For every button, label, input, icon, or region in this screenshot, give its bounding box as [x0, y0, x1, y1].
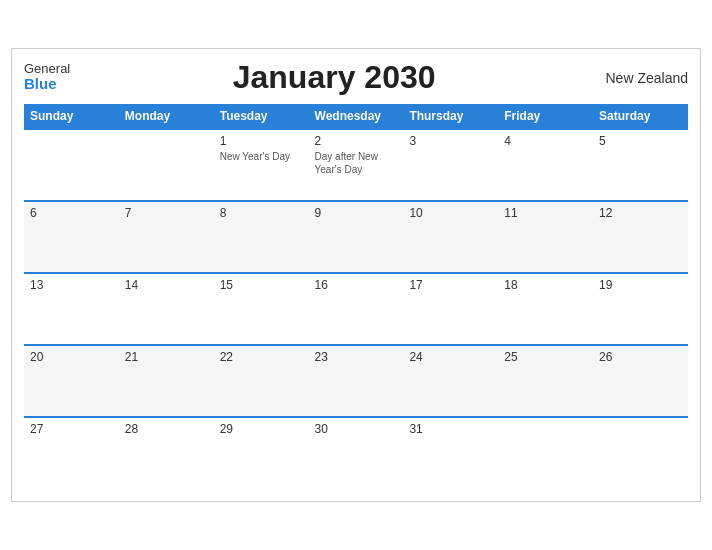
- calendar-cell: 18: [498, 273, 593, 345]
- day-number: 5: [599, 134, 682, 148]
- calendar-cell: 26: [593, 345, 688, 417]
- calendar-cell: 23: [309, 345, 404, 417]
- calendar-cell: 19: [593, 273, 688, 345]
- week-row-5: 2728293031: [24, 417, 688, 489]
- day-number: 19: [599, 278, 682, 292]
- day-number: 4: [504, 134, 587, 148]
- week-row-1: 1New Year's Day2Day after New Year's Day…: [24, 129, 688, 201]
- day-number: 12: [599, 206, 682, 220]
- calendar-cell: 14: [119, 273, 214, 345]
- col-header-wednesday: Wednesday: [309, 104, 404, 129]
- day-number: 10: [409, 206, 492, 220]
- day-number: 17: [409, 278, 492, 292]
- calendar-cell: 13: [24, 273, 119, 345]
- day-number: 2: [315, 134, 398, 148]
- calendar-cell: 6: [24, 201, 119, 273]
- logo-blue-text: Blue: [24, 76, 70, 93]
- calendar-cell: 2Day after New Year's Day: [309, 129, 404, 201]
- col-header-friday: Friday: [498, 104, 593, 129]
- day-number: 18: [504, 278, 587, 292]
- calendar-cell: [498, 417, 593, 489]
- calendar-cell: 10: [403, 201, 498, 273]
- calendar-cell: 25: [498, 345, 593, 417]
- week-row-4: 20212223242526: [24, 345, 688, 417]
- day-number: 23: [315, 350, 398, 364]
- calendar-cell: 5: [593, 129, 688, 201]
- col-header-monday: Monday: [119, 104, 214, 129]
- holiday-label: New Year's Day: [220, 150, 303, 163]
- day-number: 9: [315, 206, 398, 220]
- holiday-label: Day after New Year's Day: [315, 150, 398, 176]
- day-number: 3: [409, 134, 492, 148]
- calendar-region: New Zealand: [598, 70, 688, 86]
- day-number: 25: [504, 350, 587, 364]
- day-number: 31: [409, 422, 492, 436]
- calendar-cell: [119, 129, 214, 201]
- calendar-header-row: SundayMondayTuesdayWednesdayThursdayFrid…: [24, 104, 688, 129]
- calendar-header: General Blue January 2030 New Zealand: [24, 59, 688, 96]
- calendar-cell: 7: [119, 201, 214, 273]
- day-number: 13: [30, 278, 113, 292]
- logo: General Blue: [24, 62, 70, 93]
- col-header-thursday: Thursday: [403, 104, 498, 129]
- logo-general-text: General: [24, 62, 70, 76]
- day-number: 11: [504, 206, 587, 220]
- day-number: 27: [30, 422, 113, 436]
- day-number: 24: [409, 350, 492, 364]
- calendar-cell: 20: [24, 345, 119, 417]
- day-number: 7: [125, 206, 208, 220]
- calendar-container: General Blue January 2030 New Zealand Su…: [11, 48, 701, 502]
- day-number: 15: [220, 278, 303, 292]
- day-number: 21: [125, 350, 208, 364]
- calendar-title: January 2030: [70, 59, 598, 96]
- col-header-saturday: Saturday: [593, 104, 688, 129]
- week-row-2: 6789101112: [24, 201, 688, 273]
- calendar-cell: 12: [593, 201, 688, 273]
- day-number: 28: [125, 422, 208, 436]
- calendar-cell: 29: [214, 417, 309, 489]
- day-number: 22: [220, 350, 303, 364]
- day-number: 16: [315, 278, 398, 292]
- calendar-cell: [24, 129, 119, 201]
- calendar-cell: [593, 417, 688, 489]
- calendar-grid: SundayMondayTuesdayWednesdayThursdayFrid…: [24, 104, 688, 489]
- col-header-tuesday: Tuesday: [214, 104, 309, 129]
- calendar-cell: 31: [403, 417, 498, 489]
- calendar-cell: 11: [498, 201, 593, 273]
- calendar-cell: 21: [119, 345, 214, 417]
- calendar-cell: 8: [214, 201, 309, 273]
- day-number: 29: [220, 422, 303, 436]
- day-number: 26: [599, 350, 682, 364]
- day-number: 1: [220, 134, 303, 148]
- calendar-cell: 30: [309, 417, 404, 489]
- calendar-cell: 28: [119, 417, 214, 489]
- day-number: 14: [125, 278, 208, 292]
- calendar-cell: 17: [403, 273, 498, 345]
- week-row-3: 13141516171819: [24, 273, 688, 345]
- calendar-cell: 16: [309, 273, 404, 345]
- calendar-cell: 27: [24, 417, 119, 489]
- day-number: 20: [30, 350, 113, 364]
- calendar-cell: 1New Year's Day: [214, 129, 309, 201]
- day-number: 6: [30, 206, 113, 220]
- calendar-cell: 24: [403, 345, 498, 417]
- calendar-cell: 22: [214, 345, 309, 417]
- day-number: 8: [220, 206, 303, 220]
- col-header-sunday: Sunday: [24, 104, 119, 129]
- calendar-cell: 4: [498, 129, 593, 201]
- calendar-cell: 15: [214, 273, 309, 345]
- calendar-cell: 3: [403, 129, 498, 201]
- day-number: 30: [315, 422, 398, 436]
- calendar-cell: 9: [309, 201, 404, 273]
